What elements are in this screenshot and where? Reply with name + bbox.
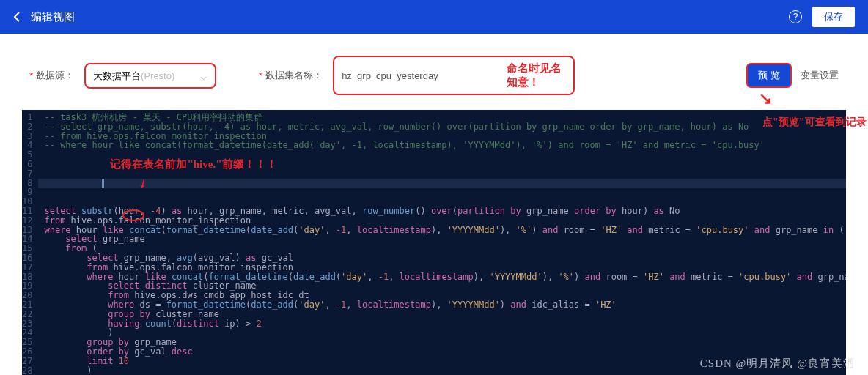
dataset-input[interactable] — [342, 70, 493, 81]
hive-highlight-circle — [122, 209, 144, 221]
active-line-highlight — [38, 179, 846, 188]
arrow-icon: ↘ — [759, 89, 772, 108]
header-left: 编辑视图 — [13, 10, 75, 24]
sql-editor[interactable]: 1 2 3 4 5 6 7 8 9 10 11 12 13 14 15 16 1… — [22, 110, 846, 375]
datasource-value: 大数据平台(Presto) — [93, 70, 174, 81]
chevron-down-icon: ⌵ — [200, 69, 207, 83]
page-title: 编辑视图 — [31, 10, 75, 24]
form-row: *数据源： 大数据平台(Presto) ⌵ *数据集名称： 命名时见名知意！ 预… — [0, 34, 868, 110]
header-bar: 编辑视图 ? 保存 — [0, 0, 868, 34]
datasource-label: *数据源： — [29, 69, 74, 82]
header-right: ? 保存 — [789, 7, 855, 27]
help-icon[interactable]: ? — [789, 10, 802, 23]
line-gutter: 1 2 3 4 5 6 7 8 9 10 11 12 13 14 15 16 1… — [22, 110, 38, 375]
variable-settings-link[interactable]: 变量设置 — [801, 69, 839, 82]
save-button[interactable]: 保存 — [812, 7, 855, 27]
datasource-select[interactable]: 大数据平台(Presto) ⌵ — [84, 63, 216, 89]
naming-tip: 命名时见名知意！ — [507, 62, 566, 89]
code-area[interactable]: -- task3 杭州机房 - 某天 - CPU利用率抖动的集群 -- sele… — [38, 110, 846, 375]
code-line: -- where hour like concat(format_datetim… — [44, 140, 765, 150]
right-controls: 预 览 变量设置 — [746, 63, 839, 88]
back-icon[interactable] — [13, 11, 21, 23]
annotation-hive-prefix: 记得在表名前加"hive."前缀！！！ — [110, 160, 276, 169]
dataset-input-wrap: 命名时见名知意！ — [333, 56, 575, 95]
watermark: CSDN @明月清风 @良宵美酒 — [700, 357, 855, 371]
dataset-label: *数据集名称： — [259, 69, 323, 82]
preview-button[interactable]: 预 览 — [746, 63, 792, 88]
text-cursor — [102, 179, 104, 188]
